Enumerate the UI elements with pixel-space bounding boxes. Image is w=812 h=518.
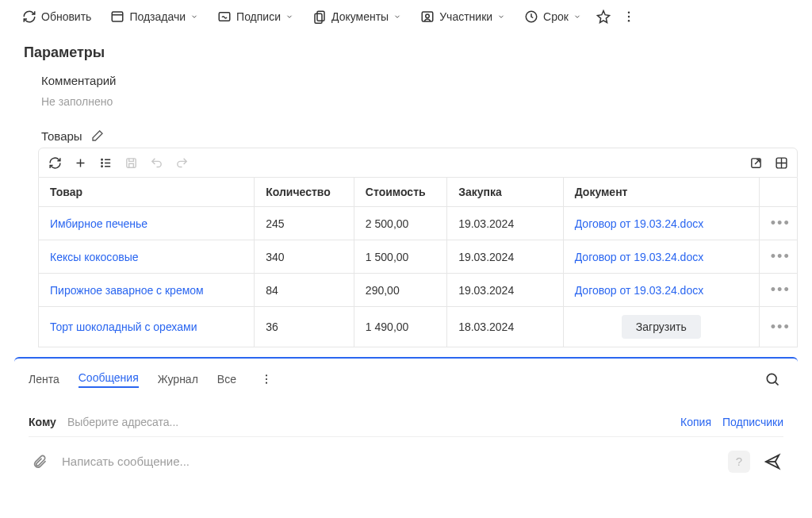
question-icon: ?	[736, 455, 742, 468]
cell-cost: 1 490,00	[354, 307, 446, 347]
comment-label: Комментарий	[41, 74, 798, 87]
refresh-label: Обновить	[41, 10, 91, 23]
table-expand-button[interactable]	[772, 153, 791, 172]
table-row[interactable]: Кексы кокосовые3401 500,0019.03.2024Дого…	[39, 240, 798, 274]
cell-qty: 245	[255, 207, 354, 240]
send-button[interactable]	[761, 451, 783, 473]
svg-point-7	[628, 12, 630, 13]
table-row[interactable]: Торт шоколадный с орехами361 490,0018.03…	[39, 307, 798, 347]
tab-all[interactable]: Все	[217, 373, 236, 386]
signatures-dropdown[interactable]: Подписи	[209, 5, 301, 29]
refresh-icon	[22, 10, 36, 24]
more-vertical-icon	[622, 10, 636, 24]
documents-label: Документы	[331, 10, 389, 23]
table-row[interactable]: Имбирное печенье2452 500,0019.03.2024Дог…	[39, 207, 798, 240]
star-icon	[596, 10, 611, 24]
tab-feed[interactable]: Лента	[29, 373, 59, 386]
product-link[interactable]: Торт шоколадный с орехами	[50, 320, 197, 333]
cell-cost: 290,00	[354, 274, 446, 307]
deadline-dropdown[interactable]: Срок	[516, 5, 589, 29]
table-add-button[interactable]	[71, 153, 90, 172]
document-link[interactable]: Договор от 19.03.24.docx	[575, 217, 704, 230]
svg-point-16	[266, 374, 267, 376]
svg-rect-2	[317, 11, 324, 21]
cell-document: Договор от 19.03.24.docx	[563, 207, 759, 240]
product-link[interactable]: Пирожное заварное с кремом	[50, 284, 204, 297]
activity-tabs: Лента Сообщения Журнал Все	[14, 357, 798, 400]
cell-purchase: 19.03.2024	[447, 274, 564, 307]
signatures-label: Подписи	[236, 10, 281, 23]
col-cost[interactable]: Стоимость	[354, 178, 446, 207]
row-menu-button[interactable]: •••	[771, 282, 791, 297]
table-save-button	[121, 153, 140, 172]
cell-purchase: 19.03.2024	[447, 240, 564, 274]
search-button[interactable]	[761, 368, 783, 390]
cell-cost: 1 500,00	[354, 240, 446, 274]
table-undo-button	[147, 153, 166, 172]
edit-icon[interactable]	[90, 129, 105, 143]
table-refresh-button[interactable]	[45, 153, 64, 172]
svg-point-8	[628, 16, 630, 17]
upload-button[interactable]: Загрузить	[622, 315, 701, 339]
document-link[interactable]: Договор от 19.03.24.docx	[575, 284, 704, 297]
row-menu-button[interactable]: •••	[771, 215, 791, 231]
col-product[interactable]: Товар	[39, 178, 255, 207]
subtasks-icon	[110, 10, 124, 24]
subtasks-dropdown[interactable]: Подзадачи	[102, 5, 206, 29]
col-qty[interactable]: Количество	[255, 178, 354, 207]
cell-document: Договор от 19.03.24.docx	[563, 274, 759, 307]
star-button[interactable]	[592, 6, 615, 28]
cell-cost: 2 500,00	[354, 207, 446, 240]
send-icon	[764, 453, 781, 470]
attach-button[interactable]	[29, 451, 51, 473]
row-menu-button[interactable]: •••	[771, 319, 791, 335]
row-menu-button[interactable]: •••	[771, 248, 791, 264]
documents-icon	[312, 10, 327, 24]
col-purchase[interactable]: Закупка	[447, 178, 564, 207]
svg-rect-0	[113, 12, 124, 21]
product-link[interactable]: Имбирное печенье	[50, 217, 147, 230]
chevron-down-icon	[285, 13, 293, 21]
col-menu	[759, 178, 797, 207]
chevron-down-icon	[190, 13, 198, 21]
svg-rect-4	[422, 12, 433, 21]
recipient-input[interactable]	[67, 416, 669, 428]
product-link[interactable]: Кексы кокосовые	[50, 251, 139, 263]
comment-value[interactable]: Не заполнено	[41, 95, 798, 108]
subscribers-link[interactable]: Подписчики	[722, 416, 783, 428]
goods-label: Товары	[41, 129, 82, 143]
deadline-label: Срок	[543, 10, 569, 23]
table-list-button[interactable]	[96, 153, 115, 172]
table-row[interactable]: Пирожное заварное с кремом84290,0019.03.…	[39, 274, 798, 307]
more-button[interactable]	[618, 6, 640, 28]
cell-document: Загрузить	[563, 307, 759, 347]
document-link[interactable]: Договор от 19.03.24.docx	[575, 251, 704, 263]
svg-point-10	[101, 159, 102, 159]
cell-document: Договор от 19.03.24.docx	[563, 240, 759, 274]
table-popout-button[interactable]	[746, 153, 765, 172]
cell-purchase: 18.03.2024	[447, 307, 564, 347]
to-label: Кому	[29, 416, 56, 428]
chevron-down-icon	[497, 13, 505, 21]
documents-dropdown[interactable]: Документы	[304, 5, 409, 29]
help-button[interactable]: ?	[728, 451, 750, 473]
section-title: Параметры	[24, 44, 798, 61]
goods-table: Товар Количество Стоимость Закупка Докум…	[38, 178, 798, 347]
copy-link[interactable]: Копия	[680, 416, 711, 428]
more-vertical-icon	[260, 373, 273, 386]
tab-journal[interactable]: Журнал	[158, 373, 198, 386]
table-toolbar	[38, 148, 798, 178]
message-input[interactable]	[62, 450, 717, 473]
col-document[interactable]: Документ	[563, 178, 759, 207]
search-icon	[764, 371, 780, 387]
tabs-more-button[interactable]	[255, 368, 278, 390]
refresh-button[interactable]: Обновить	[14, 5, 99, 29]
tab-messages[interactable]: Сообщения	[79, 371, 139, 388]
svg-point-18	[266, 382, 267, 384]
svg-point-17	[266, 378, 267, 380]
svg-point-11	[101, 162, 102, 163]
participants-dropdown[interactable]: Участники	[412, 5, 513, 29]
svg-point-9	[628, 20, 630, 21]
compose-box: Кому Копия Подписчики ?	[14, 406, 798, 481]
cell-qty: 84	[255, 274, 354, 307]
